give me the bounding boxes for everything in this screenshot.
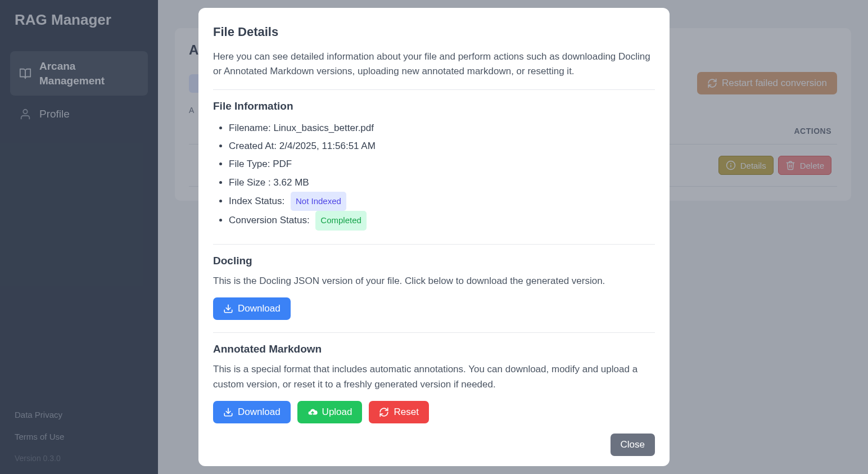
file-info-heading: File Information xyxy=(213,100,655,112)
download-docling-button[interactable]: Download xyxy=(213,297,291,320)
value: PDF xyxy=(273,159,292,169)
modal-overlay[interactable]: File Details Here you can see detailed i… xyxy=(0,0,868,474)
download-label: Download xyxy=(238,407,281,418)
label: Created At: xyxy=(229,141,279,151)
cloud-upload-icon xyxy=(308,407,318,417)
file-info-filename: Filename: Linux_basics_better.pdf xyxy=(229,119,655,137)
label: File Type: xyxy=(229,159,273,169)
docling-heading: Docling xyxy=(213,255,655,267)
divider xyxy=(213,244,655,245)
file-info-index: Index Status: Not Indexed xyxy=(229,192,655,211)
download-label: Download xyxy=(238,303,281,314)
label: Index Status: xyxy=(229,196,287,206)
modal-intro: Here you can see detailed information ab… xyxy=(213,49,655,79)
index-status-badge: Not Indexed xyxy=(291,192,346,211)
value: 3.62 MB xyxy=(273,177,309,188)
modal-footer: Close xyxy=(213,434,655,456)
value: Linux_basics_better.pdf xyxy=(273,123,374,133)
label: File Size : xyxy=(229,177,273,188)
label: Filename: xyxy=(229,123,273,133)
value: 2/4/2025, 11:56:51 AM xyxy=(279,141,376,151)
file-details-modal: File Details Here you can see detailed i… xyxy=(198,8,670,466)
annotated-heading: Annotated Markdown xyxy=(213,343,655,355)
download-icon xyxy=(223,304,233,314)
upload-label: Upload xyxy=(322,407,352,418)
download-icon xyxy=(223,407,233,417)
modal-title: File Details xyxy=(213,25,655,39)
docling-text: This is the Docling JSON version of your… xyxy=(213,274,655,288)
reset-label: Reset xyxy=(394,407,418,418)
reset-annotated-button[interactable]: Reset xyxy=(369,401,428,423)
divider xyxy=(213,89,655,90)
file-info-conversion: Conversion Status: Completed xyxy=(229,211,655,231)
refresh-icon xyxy=(379,407,389,417)
upload-annotated-button[interactable]: Upload xyxy=(297,401,363,423)
file-info-size: File Size : 3.62 MB xyxy=(229,174,655,192)
annotated-text: This is a special format that includes a… xyxy=(213,362,655,392)
download-annotated-button[interactable]: Download xyxy=(213,401,291,423)
file-info-created: Created At: 2/4/2025, 11:56:51 AM xyxy=(229,137,655,155)
close-button[interactable]: Close xyxy=(611,434,655,456)
conversion-status-badge: Completed xyxy=(315,211,367,231)
divider xyxy=(213,332,655,333)
label: Conversion Status: xyxy=(229,215,312,225)
file-info-list: Filename: Linux_basics_better.pdf Create… xyxy=(213,119,655,231)
file-info-type: File Type: PDF xyxy=(229,155,655,173)
